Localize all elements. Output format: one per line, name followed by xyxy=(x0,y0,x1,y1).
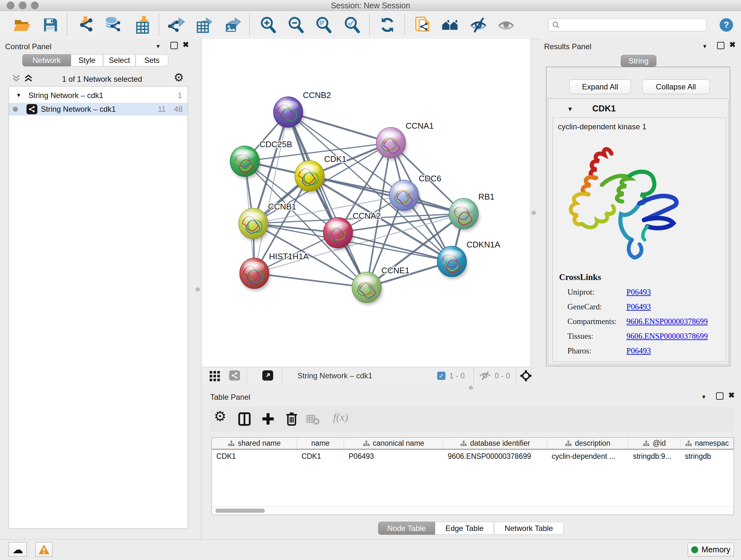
table-header-row: shared namenamecanonical namedatabase id… xyxy=(212,438,734,449)
show-all-icon[interactable] xyxy=(497,16,515,34)
control-panel-close-icon[interactable]: ✖ xyxy=(183,42,189,48)
column-header-canonical-name[interactable]: canonical name xyxy=(344,438,443,449)
network-row-selected[interactable]: String Network – cdk1 11 48 xyxy=(9,103,188,116)
memory-button[interactable]: Memory xyxy=(688,543,734,557)
horizontal-scrollbar[interactable] xyxy=(212,506,733,515)
control-panel-menu-icon[interactable]: ▼ xyxy=(155,44,161,50)
table-cell[interactable]: 9606.ENSP00000378699 xyxy=(443,452,547,461)
tab-select[interactable]: Select xyxy=(103,54,136,66)
crosslink-link[interactable]: 9606.ENSP00000378699 xyxy=(626,332,708,341)
network-node[interactable]: HIST1H1A xyxy=(240,252,309,291)
import-table-icon[interactable] xyxy=(133,16,151,34)
network-edge[interactable] xyxy=(254,273,367,287)
crosslink-link[interactable]: P06493 xyxy=(626,347,651,355)
expand-all-icon[interactable] xyxy=(23,74,33,83)
network-node[interactable]: CDKN1A xyxy=(437,240,500,279)
table-cell[interactable]: cyclin-dependent ... xyxy=(547,452,629,461)
collapse-all-icon[interactable] xyxy=(11,74,21,83)
network-graph[interactable]: CCNB2CCNA1CDC25BCDK1CDC6RB1CCNB1CCNA2CDK… xyxy=(202,39,531,367)
network-options-gear-icon[interactable]: ⚙ xyxy=(174,71,184,84)
tab-network-table[interactable]: Network Table xyxy=(494,522,563,535)
table-cell[interactable]: stringdb:9... xyxy=(628,452,680,461)
expand-all-button[interactable]: Expand All xyxy=(569,79,631,94)
protein-collapse-icon[interactable]: ▼ xyxy=(567,106,573,113)
zoom-in-icon[interactable] xyxy=(259,16,277,34)
tab-sets[interactable]: Sets xyxy=(136,54,168,66)
add-column-icon[interactable] xyxy=(260,411,276,427)
splitter-handle[interactable] xyxy=(196,287,200,292)
table-panel-menu-icon[interactable]: ▼ xyxy=(701,394,706,400)
export-table-icon[interactable] xyxy=(194,16,212,34)
edge-count: 48 xyxy=(174,105,183,114)
import-network-icon[interactable] xyxy=(77,16,95,34)
clone-network-view-icon[interactable] xyxy=(414,16,432,34)
delete-table-icon[interactable] xyxy=(306,412,320,426)
save-session-icon[interactable] xyxy=(41,16,59,34)
network-node[interactable]: RB1 xyxy=(449,192,495,231)
table-row[interactable]: CDK1CDK1P064939606.ENSP00000378699cyclin… xyxy=(212,449,734,463)
control-panel-float-icon[interactable] xyxy=(171,42,178,49)
refresh-view-icon[interactable] xyxy=(379,16,396,34)
warnings-icon[interactable] xyxy=(36,542,52,557)
help-icon[interactable]: ? xyxy=(720,18,733,32)
import-database-icon[interactable] xyxy=(105,16,122,34)
search-box[interactable] xyxy=(548,18,706,31)
hide-selected-icon[interactable] xyxy=(469,16,487,34)
table-panel-close-icon[interactable]: ✖ xyxy=(728,392,735,398)
network-node[interactable]: CCNE1 xyxy=(352,266,409,305)
network-collection-row[interactable]: ▼ String Network – cdk1 1 xyxy=(9,89,188,102)
fit-selected-crosshair-icon[interactable] xyxy=(520,369,532,382)
show-columns-icon[interactable] xyxy=(236,411,253,427)
table-cell[interactable]: P06493 xyxy=(344,452,444,461)
tab-edge-table[interactable]: Edge Table xyxy=(435,522,494,535)
column-header--id[interactable]: @id xyxy=(628,438,680,449)
network-overview-icon[interactable] xyxy=(229,370,240,381)
results-panel-menu-icon[interactable]: ▼ xyxy=(702,44,708,50)
results-panel-close-icon[interactable]: ✖ xyxy=(729,42,736,48)
delete-column-icon[interactable] xyxy=(283,411,300,427)
search-input[interactable] xyxy=(560,20,698,29)
open-session-icon[interactable] xyxy=(13,16,30,34)
node-label: CCNA2 xyxy=(353,211,381,221)
crosslink-link[interactable]: 9606.ENSP00000378699 xyxy=(626,317,708,326)
network-edge[interactable] xyxy=(254,112,288,273)
zoom-fit-icon[interactable] xyxy=(315,16,333,34)
tab-style[interactable]: Style xyxy=(71,54,103,66)
function-builder-icon[interactable]: f(x) xyxy=(333,411,348,423)
splitter-handle[interactable] xyxy=(532,211,536,215)
table-panel-float-icon[interactable] xyxy=(716,392,724,400)
network-canvas[interactable]: CCNB2CCNA1CDC25BCDK1CDC6RB1CCNB1CCNA2CDK… xyxy=(202,39,531,367)
column-header-description[interactable]: description xyxy=(547,438,629,449)
tree-expand-icon[interactable]: ▼ xyxy=(16,92,21,99)
tab-network[interactable]: Network xyxy=(22,54,71,66)
export-network-icon[interactable] xyxy=(167,16,185,34)
protein-structure-image xyxy=(563,144,688,263)
birds-eye-view-icon[interactable] xyxy=(209,371,220,381)
scrollbar-thumb[interactable] xyxy=(215,509,265,513)
network-node[interactable]: CCNB2 xyxy=(273,90,331,130)
cloud-status-icon[interactable]: ☁ xyxy=(9,542,27,557)
table-cell[interactable]: CDK1 xyxy=(212,452,297,461)
zoom-out-icon[interactable] xyxy=(287,16,305,34)
crosslink-label: Tissues: xyxy=(567,332,626,341)
table-settings-gear-icon[interactable]: ⚙ xyxy=(214,408,230,425)
column-header-name[interactable]: name xyxy=(297,438,344,449)
network-node[interactable]: CCNA1 xyxy=(376,121,434,160)
column-header-namespac[interactable]: namespac xyxy=(680,438,734,449)
collapse-all-button[interactable]: Collapse All xyxy=(642,79,710,94)
zoom-selected-icon[interactable] xyxy=(343,16,361,34)
tab-node-table[interactable]: Node Table xyxy=(378,522,435,535)
selected-checkbox[interactable]: ✓ xyxy=(437,372,446,380)
column-header-database-identifier[interactable]: database identifier xyxy=(443,438,547,449)
crosslink-link[interactable]: P06493 xyxy=(626,302,651,311)
column-header-shared-name[interactable]: shared name xyxy=(212,438,297,449)
home-layout-icon[interactable] xyxy=(441,16,459,34)
table-cell[interactable]: stringdb xyxy=(680,452,734,461)
crosslink-label: Uniprot: xyxy=(567,288,626,297)
tab-string[interactable]: String xyxy=(621,55,657,67)
open-in-new-window-icon[interactable] xyxy=(262,370,273,381)
table-cell[interactable]: CDK1 xyxy=(297,452,344,461)
export-image-icon[interactable] xyxy=(223,16,241,34)
crosslink-link[interactable]: P06493 xyxy=(626,288,651,297)
results-panel-float-icon[interactable] xyxy=(717,42,724,49)
